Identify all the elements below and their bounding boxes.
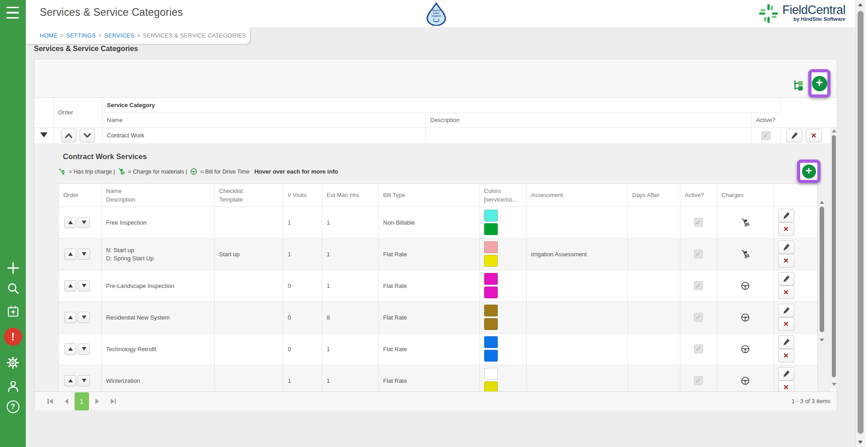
delete-service-button[interactable]: ✕ (778, 349, 794, 362)
move-category-up-button[interactable] (61, 129, 76, 142)
svc-col-charges: Charges (717, 184, 774, 207)
add-icon[interactable] (0, 260, 26, 276)
move-service-down-button[interactable] (78, 312, 90, 323)
move-service-down-button[interactable] (78, 249, 90, 260)
service-active-checkbox[interactable]: ✓ (694, 249, 703, 259)
collapse-category-icon[interactable] (40, 132, 47, 137)
service-active-checkbox[interactable]: ✓ (694, 376, 703, 385)
services-scrollbar[interactable] (818, 198, 826, 344)
brand-tagline: by HindSite Software (793, 16, 845, 22)
move-category-down-button[interactable] (80, 129, 95, 142)
drive-time-charge-icon (741, 376, 750, 386)
delete-x-icon: ✕ (783, 225, 789, 233)
next-page-button[interactable] (94, 397, 101, 406)
service-colors-cell (479, 270, 526, 301)
move-service-up-button[interactable] (64, 375, 76, 386)
scroll-up-icon[interactable] (820, 201, 824, 204)
triangle-up-icon (68, 379, 73, 382)
service-bill-type-cell: Non-Billable (378, 207, 479, 238)
delete-service-button[interactable]: ✕ (778, 222, 794, 236)
breadcrumb-settings[interactable]: SETTINGS (66, 32, 96, 39)
triangle-down-icon (82, 347, 86, 351)
service-name-cell: N: Start upD: Spring Start Up (101, 238, 214, 270)
edit-service-button[interactable] (778, 335, 794, 349)
service-row: Residential New System 0 8 Flat Rate ✓ ✕ (59, 301, 817, 333)
triangle-down-icon (82, 252, 86, 256)
service-active-checkbox[interactable]: ✓ (694, 281, 703, 290)
move-service-down-button[interactable] (78, 375, 90, 386)
schedule-icon[interactable] (0, 304, 26, 319)
first-page-button[interactable] (46, 397, 55, 406)
category-active-checkbox[interactable]: ✓ (761, 131, 770, 140)
page-1-button[interactable]: 1 (75, 392, 89, 410)
delete-service-button[interactable]: ✕ (778, 254, 794, 268)
scroll-down-icon[interactable] (832, 383, 836, 386)
move-service-down-button[interactable] (78, 217, 90, 228)
edit-service-button[interactable] (778, 240, 794, 254)
move-service-up-button[interactable] (64, 249, 76, 260)
scroll-down-icon[interactable] (820, 339, 824, 342)
search-icon[interactable] (0, 281, 26, 296)
svc-col-active: Active? (680, 184, 717, 207)
edit-service-button[interactable] (778, 367, 794, 381)
service-assessment-cell (526, 333, 627, 365)
last-page-button[interactable] (109, 397, 118, 406)
service-visits-cell: 1 (283, 238, 322, 270)
magnifier-icon (7, 282, 19, 295)
delete-service-button[interactable]: ✕ (778, 286, 794, 299)
move-service-down-button[interactable] (78, 343, 90, 355)
delete-service-button[interactable]: ✕ (778, 381, 794, 391)
service-checklist-cell (214, 333, 283, 365)
app-sidebar: ! ? (0, 0, 26, 447)
edit-service-button[interactable] (778, 209, 794, 222)
scrollbar-thumb[interactable] (832, 135, 836, 377)
move-service-up-button[interactable] (64, 217, 76, 228)
settings-icon[interactable] (0, 355, 26, 370)
move-service-down-button[interactable] (78, 280, 90, 292)
completed-color-swatch (484, 350, 498, 362)
service-active-checkbox[interactable]: ✓ (694, 344, 703, 353)
service-est-hrs-cell: 1 (322, 333, 378, 365)
service-active-checkbox[interactable]: ✓ (694, 218, 703, 227)
scroll-down-icon[interactable] (858, 441, 863, 444)
add-category-button[interactable]: + (812, 76, 827, 91)
scrollbar-thumb[interactable] (858, 11, 863, 434)
breadcrumb-services[interactable]: SERVICES (104, 32, 134, 39)
edit-service-button[interactable] (778, 304, 794, 317)
arrow-right-icon (95, 399, 99, 404)
svc-col-bill-type: Bill Type (378, 184, 479, 207)
menu-icon[interactable] (5, 6, 20, 19)
section-heading: Services & Service Categories (34, 45, 138, 53)
move-service-up-button[interactable] (64, 280, 76, 292)
move-service-up-button[interactable] (64, 343, 76, 355)
service-row: Technology Retrofit 0 1 Flat Rate ✓ ✕ (59, 333, 817, 365)
question-icon: ? (7, 400, 19, 413)
fieldcentral-icon (758, 3, 779, 24)
category-tree-icon[interactable] (792, 79, 806, 93)
delete-service-button[interactable]: ✕ (778, 317, 794, 331)
browser-scrollbar[interactable] (855, 0, 865, 447)
service-name-cell: Residential New System (101, 301, 214, 333)
plus-icon: + (806, 165, 812, 176)
move-service-up-button[interactable] (64, 312, 76, 323)
previous-page-button[interactable] (63, 397, 70, 406)
help-icon[interactable]: ? (0, 400, 26, 414)
category-detail-region: Contract Work Services = Has trip charge… (34, 143, 831, 391)
add-service-button[interactable]: + (802, 165, 816, 179)
exclamation-icon: ! (4, 328, 22, 346)
scroll-up-icon[interactable] (858, 3, 863, 6)
scroll-up-icon[interactable] (832, 129, 836, 132)
user-icon[interactable] (0, 379, 26, 393)
edit-service-button[interactable] (778, 272, 794, 286)
legend-trip-text: = Has trip charge | (69, 169, 115, 175)
service-visits-cell: 0 (283, 270, 322, 301)
pencil-icon (782, 306, 790, 315)
panel-scrollbar[interactable] (830, 127, 837, 388)
breadcrumb-home[interactable]: HOME (40, 32, 57, 39)
alerts-icon[interactable]: ! (0, 328, 26, 346)
service-active-checkbox[interactable]: ✓ (694, 313, 703, 322)
delete-category-button[interactable]: ✕ (806, 129, 822, 142)
scrollbar-thumb[interactable] (820, 207, 824, 332)
breadcrumb-separator: > (137, 33, 140, 39)
edit-category-button[interactable] (786, 129, 802, 142)
